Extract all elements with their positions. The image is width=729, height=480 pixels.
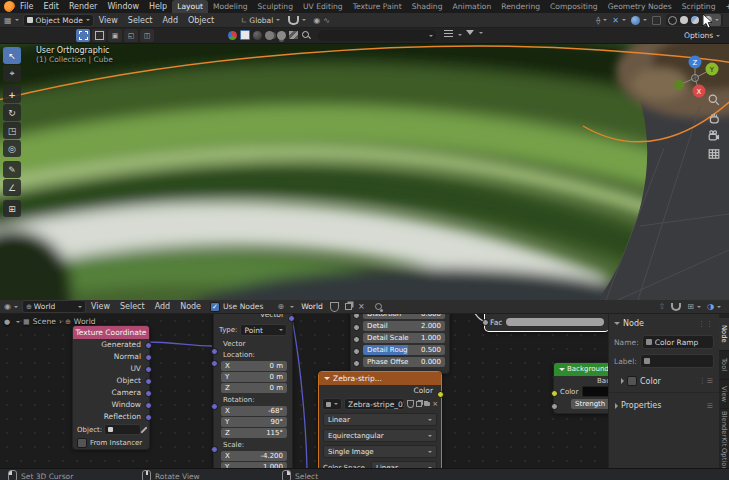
tool-cursor[interactable]: ⌖	[3, 65, 21, 82]
shader-menu-view[interactable]: View	[86, 302, 115, 311]
use-nodes-toggle[interactable]: ✓ Use Nodes	[210, 302, 263, 312]
snap-magnet-icon[interactable]	[288, 16, 299, 25]
show-gizmo-icon[interactable]: ⟠	[596, 16, 600, 25]
image-name-field[interactable]: Zebra-stripe_01...	[344, 398, 405, 410]
color-space-dropdown[interactable]: Linear	[371, 461, 437, 468]
world-datablock-name[interactable]: World	[301, 302, 323, 311]
socket-object-out[interactable]	[145, 378, 152, 385]
select-mode-intersect-button[interactable]: ◫	[140, 29, 154, 42]
tool-annotate[interactable]: ✎	[3, 161, 21, 178]
node-environment-texture[interactable]: Zebra-strip... Color Zebra-stripe_01... …	[318, 371, 442, 468]
shader-menu-node[interactable]: Node	[175, 302, 206, 311]
preview-sphere-icon[interactable]	[228, 31, 237, 40]
socket-color-out[interactable]	[437, 391, 444, 398]
type-dropdown[interactable]: Point	[240, 324, 287, 336]
blender-logo-icon[interactable]	[4, 1, 15, 12]
socket-window-out[interactable]	[145, 402, 152, 409]
socket-vector-in[interactable]	[211, 348, 218, 355]
shading-material-icon[interactable]	[691, 16, 699, 24]
mode-dropdown[interactable]: Object Mode	[23, 14, 94, 27]
tab-compositing[interactable]: Compositing	[545, 0, 603, 13]
rotation-x-field[interactable]: X-68°	[221, 406, 287, 416]
node-panel-section[interactable]: Node	[614, 319, 644, 328]
shader-menu-add[interactable]: Add	[150, 302, 176, 311]
image-type-dropdown[interactable]	[322, 398, 342, 410]
shading-wireframe-icon[interactable]	[668, 16, 677, 25]
tab-blenderkit[interactable]: BlenderKit	[719, 409, 729, 450]
location-y-field[interactable]: Y0 m	[221, 372, 287, 382]
tab-tool[interactable]: Tool	[719, 351, 729, 380]
interpolation-dropdown[interactable]: Linear	[323, 413, 437, 426]
select-mode-subtract-button[interactable]: ▣	[108, 29, 122, 42]
tab-texture-paint[interactable]: Texture Paint	[348, 0, 407, 13]
source-dropdown[interactable]: Single Image	[323, 445, 437, 458]
projection-dropdown[interactable]: Equirectangular	[323, 429, 437, 442]
vp-menu-object[interactable]: Object	[183, 16, 219, 25]
socket-reflection-out[interactable]	[145, 414, 152, 421]
socket-vector-out[interactable]	[288, 315, 295, 322]
tab-animation[interactable]: Animation	[448, 0, 497, 13]
falloff-icon[interactable]: ∿	[323, 16, 330, 25]
node-mapping[interactable]: Vector Type: Point Vector Location: X0 m…	[213, 304, 293, 468]
unlink-datablock-icon[interactable]: ×	[358, 302, 365, 311]
select-mode-set-button[interactable]	[76, 29, 90, 42]
socket-detail-scale-in[interactable]	[353, 336, 360, 343]
location-x-field[interactable]: X0 m	[221, 361, 287, 371]
menu-file[interactable]: File	[15, 2, 38, 11]
shader-editor-type-icon[interactable]: ◉	[4, 302, 11, 311]
node-header[interactable]: Texture Coordinate	[73, 326, 149, 339]
tool-rotate[interactable]: ↻	[3, 104, 21, 121]
tool-move[interactable]: +	[3, 86, 21, 103]
breadcrumb-world[interactable]: World	[74, 317, 96, 326]
snap-target-icon[interactable]: ⊞	[687, 302, 694, 311]
node-header[interactable]: Background	[554, 363, 614, 376]
socket-detail-roughness-in[interactable]	[353, 348, 360, 355]
editor-type-icon[interactable]: ▦	[4, 16, 12, 25]
node-background[interactable]: Background Bac Color Strength	[553, 362, 615, 414]
dark-sphere-icon[interactable]	[253, 31, 262, 40]
vp-menu-view[interactable]: View	[94, 16, 123, 25]
panel-grip[interactable]: ⋮⋮	[698, 320, 714, 328]
socket-scale-in[interactable]	[211, 446, 218, 453]
node-header[interactable]: Zebra-strip...	[319, 372, 441, 385]
pan-view-button[interactable]	[708, 112, 720, 124]
socket-generated-out[interactable]	[145, 342, 152, 349]
orientation-dropdown[interactable]: ∟ Global	[241, 16, 280, 25]
node-texture-coordinate[interactable]: Texture Coordinate Generated Normal UV O…	[72, 325, 150, 450]
menu-help[interactable]: Help	[144, 2, 172, 11]
tab-rendering[interactable]: Rendering	[496, 0, 545, 13]
socket-fac-in[interactable]	[482, 319, 489, 326]
detail-scale-field[interactable]: Detail Scale1.000	[363, 333, 445, 343]
double-sphere-icon[interactable]	[265, 31, 274, 40]
select-mode-invert-button[interactable]: ◱	[124, 29, 138, 42]
menu-render[interactable]: Render	[64, 2, 102, 11]
shader-overlays-icon[interactable]: ◑	[707, 302, 714, 311]
fac-slider[interactable]	[506, 318, 604, 326]
shader-snap-magnet-icon[interactable]	[671, 303, 681, 311]
filter-list-icon[interactable]	[444, 30, 453, 39]
color-swatch[interactable]	[582, 386, 611, 397]
tool-add-cube[interactable]: ⊞	[3, 200, 21, 217]
editor-context-icon[interactable]: ●	[4, 318, 10, 326]
show-overlays-icon[interactable]: ✕	[612, 16, 619, 25]
detail-roughness-field[interactable]: Detail Roug0.500	[363, 345, 445, 355]
tab-uv-editing[interactable]: UV Editing	[298, 0, 348, 13]
properties-menu-icon[interactable]: ☰	[707, 402, 714, 410]
tab-view[interactable]: View	[719, 380, 729, 409]
eyedropper-icon[interactable]	[140, 426, 147, 433]
tool-select-box[interactable]: ↖	[3, 47, 21, 64]
grid-toggle-button[interactable]	[708, 148, 720, 160]
xray-toggle-icon[interactable]	[631, 16, 640, 25]
socket-phase-offset-in[interactable]	[353, 360, 360, 367]
magnifier-icon[interactable]	[301, 30, 311, 40]
socket-location-in[interactable]	[211, 360, 218, 367]
shader-menu-select[interactable]: Select	[115, 302, 150, 311]
open-folder-icon[interactable]	[424, 402, 430, 406]
tab-shading[interactable]: Shading	[407, 0, 448, 13]
phase-offset-field[interactable]: Phase Offse0.000	[363, 357, 445, 367]
toggle-xray-icon[interactable]	[652, 16, 661, 25]
camera-view-button[interactable]	[708, 130, 720, 142]
color-enable-checkbox[interactable]	[627, 376, 637, 386]
pin-icon[interactable]	[375, 303, 382, 310]
viewport-box-icon[interactable]	[240, 30, 250, 40]
